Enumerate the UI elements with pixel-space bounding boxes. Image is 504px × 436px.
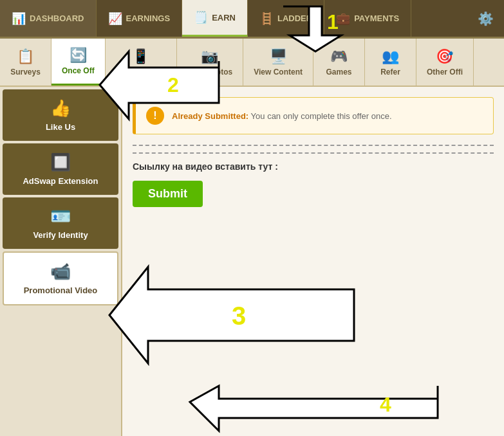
sidebar-item-promotional-video[interactable]: 📹 Promotional Video	[3, 251, 118, 305]
settings-button[interactable]: ⚙️	[467, 0, 504, 37]
payments-icon: 💼	[336, 12, 350, 26]
promotional-video-icon: 📹	[50, 262, 71, 282]
submit-button[interactable]: Submit	[133, 181, 203, 207]
adswap-icon: 🔲	[50, 152, 71, 172]
tab-surveys[interactable]: 📋 Surveys	[0, 39, 51, 86]
once-off-icon: 🔄	[70, 47, 87, 64]
alert-box: ! Already Submitted: You can only comple…	[133, 97, 494, 134]
nav-dashboard[interactable]: 📊 DASHBOARD	[0, 0, 97, 37]
tab-view-content-label: View Content	[254, 68, 303, 77]
tab-watch-videos-label: Watch Videos	[116, 68, 166, 77]
earn-icon: 🗒️	[194, 10, 208, 24]
tab-other-offers-label: Other Offi	[427, 68, 463, 77]
surveys-icon: 📋	[17, 48, 34, 65]
sidebar-item-verify-identity-label: Verify Identity	[33, 230, 88, 240]
like-us-icon: 👍	[50, 98, 71, 118]
nav-earnings-label: EARNINGS	[126, 14, 171, 23]
tab-refer[interactable]: 👥 Refer	[365, 39, 416, 86]
nav-payments[interactable]: 💼 PAYMENTS	[324, 0, 411, 37]
take-photos-icon: 📷	[201, 48, 218, 65]
games-icon: 🎮	[330, 48, 348, 65]
sidebar-item-verify-identity[interactable]: 🪪 Verify Identity	[3, 197, 118, 249]
tab-once-off[interactable]: 🔄 Once Off	[51, 39, 106, 86]
main-content: ! Already Submitted: You can only comple…	[122, 87, 504, 436]
main-layout: 👍 Like Us 🔲 AdSwap Extension 🪪 Verify Id…	[0, 87, 504, 436]
sidebar-item-like-us[interactable]: 👍 Like Us	[3, 89, 118, 141]
alert-text: Already Submitted: You can only complete…	[172, 111, 392, 121]
tab-once-off-label: Once Off	[62, 66, 95, 75]
sidebar-item-promotional-video-label: Promotional Video	[24, 286, 98, 295]
verify-identity-icon: 🪪	[50, 206, 71, 226]
sidebar-item-adswap[interactable]: 🔲 AdSwap Extension	[3, 143, 118, 195]
second-navigation: 📋 Surveys 🔄 Once Off 📱 Watch Videos 📷 Ta…	[0, 39, 504, 87]
divider-1	[133, 145, 494, 146]
tab-surveys-label: Surveys	[10, 68, 41, 77]
tab-take-photos[interactable]: 📷 Take Photos	[177, 39, 243, 86]
tab-other-offers[interactable]: 🎯 Other Offi	[416, 39, 474, 86]
ladder-icon: 🪜	[259, 12, 274, 26]
tab-take-photos-label: Take Photos	[187, 68, 232, 77]
earnings-icon: 📈	[108, 12, 122, 26]
form-label: Сыылку на видео вставить тут :	[133, 161, 494, 172]
settings-icon: ⚙️	[478, 11, 494, 26]
sidebar: 👍 Like Us 🔲 AdSwap Extension 🪪 Verify Id…	[0, 87, 122, 436]
watch-videos-icon: 📱	[132, 48, 149, 65]
nav-payments-label: PAYMENTS	[354, 14, 399, 23]
top-navigation: 📊 DASHBOARD 📈 EARNINGS 🗒️ EARN 🪜 LADDER …	[0, 0, 504, 39]
nav-dashboard-label: DASHBOARD	[30, 14, 84, 23]
alert-icon: !	[146, 107, 164, 125]
nav-earn-label: EARN	[212, 13, 236, 23]
tab-refer-label: Refer	[380, 68, 400, 77]
sidebar-item-adswap-label: AdSwap Extension	[23, 176, 98, 186]
tab-games[interactable]: 🎮 Games	[313, 39, 365, 86]
nav-ladder-label: LADDER	[277, 14, 312, 23]
alert-message: You can only complete this offer once.	[251, 111, 392, 121]
tab-games-label: Games	[326, 68, 351, 77]
divider-2	[133, 152, 494, 154]
tab-watch-videos[interactable]: 📱 Watch Videos	[106, 39, 177, 86]
alert-title: Already Submitted:	[172, 111, 248, 121]
nav-earn[interactable]: 🗒️ EARN	[182, 0, 248, 37]
tab-view-content[interactable]: 🖥️ View Content	[243, 39, 313, 86]
nav-ladder[interactable]: 🪜 LADDER	[248, 0, 324, 37]
nav-earnings[interactable]: 📈 EARNINGS	[97, 0, 183, 37]
dashboard-icon: 📊	[12, 12, 26, 26]
view-content-icon: 🖥️	[270, 48, 287, 65]
sidebar-item-like-us-label: Like Us	[46, 122, 75, 132]
other-offers-icon: 🎯	[436, 48, 453, 65]
refer-icon: 👥	[382, 48, 399, 65]
